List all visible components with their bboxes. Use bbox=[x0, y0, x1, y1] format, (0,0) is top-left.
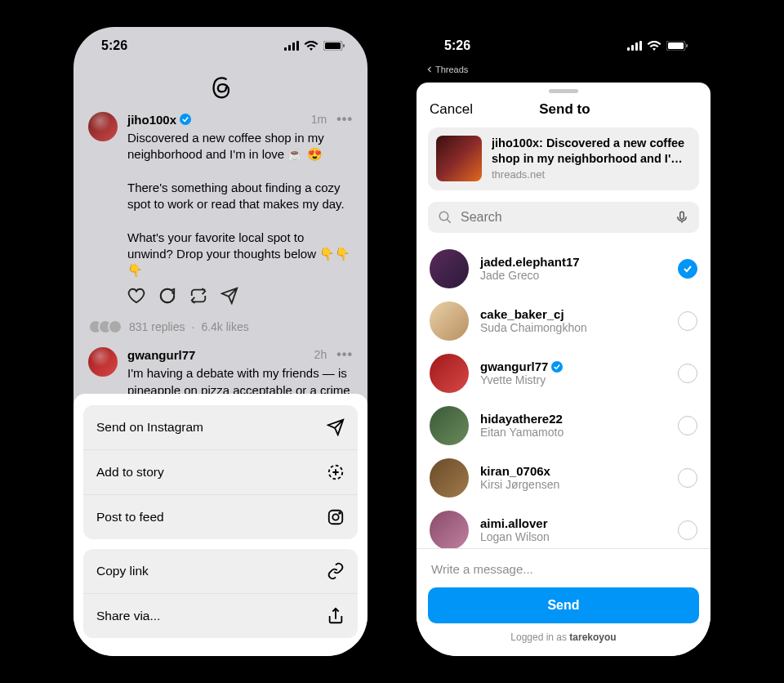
back-to-app[interactable]: Threads bbox=[416, 65, 710, 79]
contact-row[interactable]: kiran_0706x Kirsi Jørgensen bbox=[416, 452, 710, 504]
phone-threads: 5:26 jiho100x 1m ••• Discovered a bbox=[74, 27, 368, 656]
battery-icon bbox=[666, 41, 688, 51]
share-group: Copy link Share via... bbox=[83, 549, 358, 638]
contact-row[interactable]: cake_baker_cj Suda Chaimongkhon bbox=[416, 295, 710, 347]
more-icon[interactable]: ••• bbox=[336, 347, 353, 362]
search-field[interactable] bbox=[428, 202, 699, 233]
link-preview[interactable]: jiho100x: Discovered a new coffee shop i… bbox=[428, 127, 699, 190]
logged-in-as: Logged in as tarekoyou bbox=[428, 623, 699, 648]
send-to-modal: Cancel Send to jiho100x: Discovered a ne… bbox=[416, 83, 710, 656]
link-icon bbox=[327, 562, 345, 580]
contact-username: cake_baker_cj bbox=[480, 307, 666, 321]
preview-title: jiho100x: Discovered a new coffee shop i… bbox=[492, 136, 691, 167]
svg-point-10 bbox=[332, 514, 338, 520]
avatar[interactable] bbox=[88, 112, 118, 141]
svg-rect-17 bbox=[668, 42, 684, 49]
status-bar: 5:26 bbox=[416, 27, 710, 65]
avatar[interactable] bbox=[430, 406, 469, 445]
threads-logo bbox=[74, 65, 368, 109]
avatar[interactable] bbox=[430, 511, 469, 548]
status-time: 5:26 bbox=[101, 38, 127, 53]
back-app-label: Threads bbox=[435, 65, 468, 74]
share-label: Copy link bbox=[96, 564, 149, 578]
preview-thumb bbox=[436, 136, 482, 181]
wifi-icon bbox=[304, 41, 318, 51]
wifi-icon bbox=[647, 41, 662, 51]
avatar[interactable] bbox=[430, 354, 469, 393]
svg-rect-2 bbox=[292, 42, 295, 51]
svg-rect-1 bbox=[288, 45, 291, 51]
contact-row[interactable]: gwangurl77 Yvette Mistry bbox=[416, 347, 710, 400]
share-post-feed[interactable]: Post to feed bbox=[83, 495, 358, 539]
chevron-left-icon bbox=[426, 66, 433, 73]
cellular-icon bbox=[284, 41, 299, 51]
contact-username: hidayathere22 bbox=[480, 412, 666, 426]
post[interactable]: jiho100x 1m ••• Discovered a new coffee … bbox=[74, 109, 368, 313]
phone-instagram: 5:26 Threads Cancel Send to jiho100x: Di… bbox=[416, 27, 710, 656]
contact-row[interactable]: hidayathere22 Eitan Yamamoto bbox=[416, 400, 710, 452]
grabber[interactable] bbox=[549, 89, 578, 93]
modal-title: Send to bbox=[432, 101, 697, 118]
share-label: Send on Instagram bbox=[96, 420, 203, 435]
share-group: Send on Instagram Add to story Post to f… bbox=[83, 405, 358, 539]
post-actions bbox=[127, 287, 353, 305]
svg-point-7 bbox=[161, 289, 175, 303]
contact-name: Jade Greco bbox=[480, 269, 666, 282]
share-via[interactable]: Share via... bbox=[83, 594, 358, 638]
avatar[interactable] bbox=[430, 249, 469, 288]
share-send-instagram[interactable]: Send on Instagram bbox=[83, 405, 358, 450]
svg-rect-20 bbox=[680, 212, 684, 219]
like-icon[interactable] bbox=[127, 287, 145, 305]
send-icon bbox=[327, 418, 345, 436]
post-time: 1m bbox=[311, 113, 327, 126]
status-time: 5:26 bbox=[444, 38, 470, 53]
message-input[interactable]: Write a message... bbox=[428, 560, 699, 587]
svg-rect-13 bbox=[631, 45, 634, 51]
status-icons bbox=[284, 41, 345, 51]
post-meta: 831 replies · 6.4k likes bbox=[88, 319, 353, 334]
compose-area: Write a message... Send Logged in as tar… bbox=[416, 548, 710, 656]
contact-username: kiran_0706x bbox=[480, 464, 666, 478]
svg-point-19 bbox=[439, 212, 448, 221]
send-icon[interactable] bbox=[220, 287, 238, 305]
contact-name: Kirsi Jørgensen bbox=[480, 478, 666, 491]
cellular-icon bbox=[627, 41, 642, 51]
svg-rect-12 bbox=[627, 47, 630, 51]
radio-unchecked[interactable] bbox=[678, 364, 697, 383]
repost-icon[interactable] bbox=[189, 287, 207, 305]
avatar[interactable] bbox=[430, 301, 469, 341]
contact-row[interactable]: jaded.elephant17 Jade Greco bbox=[416, 243, 710, 295]
contact-username: jaded.elephant17 bbox=[480, 255, 666, 269]
share-label: Share via... bbox=[96, 609, 160, 623]
radio-unchecked[interactable] bbox=[678, 311, 697, 331]
radio-unchecked[interactable] bbox=[678, 468, 697, 488]
contact-name: Suda Chaimongkhon bbox=[480, 321, 666, 334]
mic-icon[interactable] bbox=[675, 210, 689, 225]
search-input[interactable] bbox=[459, 209, 668, 225]
preview-source: threads.net bbox=[492, 168, 691, 182]
svg-point-11 bbox=[339, 512, 341, 514]
contact-username: gwangurl77 bbox=[480, 359, 666, 373]
like-count[interactable]: 6.4k likes bbox=[201, 320, 248, 333]
svg-rect-3 bbox=[296, 41, 299, 51]
radio-unchecked[interactable] bbox=[678, 416, 697, 435]
share-label: Post to feed bbox=[96, 510, 164, 525]
reply-count[interactable]: 831 replies bbox=[129, 320, 185, 333]
radio-unchecked[interactable] bbox=[678, 520, 697, 540]
avatar[interactable] bbox=[88, 347, 118, 377]
more-icon[interactable]: ••• bbox=[336, 112, 353, 127]
avatar[interactable] bbox=[430, 458, 469, 498]
contact-row[interactable]: aimi.allover Logan Wilson bbox=[416, 504, 710, 548]
battery-icon bbox=[323, 41, 345, 51]
post-username[interactable]: gwangurl77 bbox=[127, 348, 195, 362]
comment-icon[interactable] bbox=[158, 287, 176, 305]
contact-list[interactable]: jaded.elephant17 Jade Grecocake_baker_cj… bbox=[416, 243, 710, 548]
send-button[interactable]: Send bbox=[428, 587, 699, 623]
share-copy-link[interactable]: Copy link bbox=[83, 549, 358, 594]
reply-avatars bbox=[88, 319, 122, 334]
verified-icon bbox=[180, 114, 191, 125]
post-username[interactable]: jiho100x bbox=[127, 113, 176, 127]
share-add-story[interactable]: Add to story bbox=[83, 450, 358, 495]
contact-username: aimi.allover bbox=[480, 516, 666, 530]
radio-checked[interactable] bbox=[678, 259, 697, 279]
